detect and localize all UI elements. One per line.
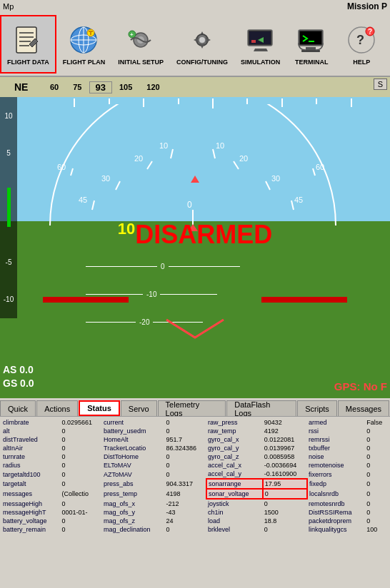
hud-area: NE 60 75 93 105 120 S 10 5 -5 -10 <box>0 77 390 398</box>
data-cell: mag_ofs_y <box>102 508 164 517</box>
tab-telemetry-logs[interactable]: Telemetry Logs <box>158 400 226 416</box>
data-cell: 0 <box>365 508 389 517</box>
flight-plan-icon <box>66 23 101 57</box>
svg-text:?: ? <box>356 33 364 47</box>
data-cell: 0 <box>365 427 389 435</box>
data-cell: 0 <box>60 470 102 479</box>
aircraft-chevron <box>159 313 231 344</box>
scroll-indicator: S <box>374 78 387 90</box>
data-cell: 0 <box>164 427 206 435</box>
table-row: messageHighT0001-01-mag_ofs_y-43ch1in150… <box>1 508 389 517</box>
data-cell: 90432 <box>263 418 307 427</box>
data-cell: messages <box>1 489 60 499</box>
data-cell: 0 <box>365 435 389 444</box>
data-cell: 0001-01- <box>60 508 102 517</box>
heading-strip: NE 60 75 93 105 120 S <box>0 77 390 97</box>
data-cell: messageHigh <box>1 499 60 508</box>
svg-text:20: 20 <box>239 154 248 163</box>
data-cell: 951.7 <box>164 435 206 444</box>
alt-10: 10 <box>4 112 12 120</box>
data-cell: joystick <box>206 499 263 508</box>
menu-flight-data[interactable]: FLIGHT DATA <box>0 15 56 74</box>
tab-scripts[interactable]: Scripts <box>297 400 337 416</box>
menu-flight-plan[interactable]: FLIGHT PLAN <box>56 15 112 74</box>
data-cell: ch1in <box>206 508 263 517</box>
gps-status: GPS: No F <box>334 380 387 392</box>
roll-tick <box>109 98 110 104</box>
chevron-svg <box>159 313 231 341</box>
tab-servo[interactable]: Servo <box>121 400 157 416</box>
horizon-bar-left <box>43 297 129 303</box>
mission-title: Mission P <box>347 1 387 11</box>
data-cell: battery_usedm <box>102 427 164 435</box>
data-cell: fixedp <box>307 479 365 489</box>
svg-line-30 <box>116 181 120 190</box>
table-row: climbrate0.0295661current0raw_press90432… <box>1 418 389 427</box>
menu-simulation[interactable]: SIMULATION <box>234 15 286 74</box>
menu-bar: FLIGHT DATA FLIGHT PLAN + <box>0 13 390 77</box>
svg-text:60: 60 <box>316 163 324 171</box>
menu-help[interactable]: ? ? HELP <box>336 15 386 74</box>
menu-terminal[interactable]: TERMINAL <box>286 15 336 74</box>
data-cell: 904.3317 <box>164 479 206 489</box>
alt-5: 5 <box>6 149 11 157</box>
data-cell: 0.0122081 <box>263 435 307 444</box>
roll-tick <box>246 98 248 104</box>
speed-display: AS 0.0 GS 0.0 <box>3 363 34 391</box>
table-row: battery_voltage0mag_ofs_z24load18.8packe… <box>1 517 389 525</box>
data-cell: 0 <box>263 525 307 534</box>
tab-quick[interactable]: Quick <box>0 400 36 416</box>
data-cell: remotesnrdb <box>307 499 365 508</box>
data-cell: -0.0036694 <box>263 461 307 470</box>
roll-tick <box>178 98 179 104</box>
data-cell: raw_press <box>206 418 263 427</box>
svg-text:30: 30 <box>271 174 280 183</box>
table-row: radius0ELToMAV0accel_cal_x-0.0036694remo… <box>1 461 389 470</box>
svg-text:45: 45 <box>294 196 303 204</box>
svg-line-42 <box>92 201 94 210</box>
groundspeed: GS 0.0 <box>3 377 34 391</box>
data-cell: 0.0295661 <box>60 418 102 427</box>
data-cell: 17.95 <box>263 479 307 489</box>
tab-status[interactable]: Status <box>79 400 120 416</box>
tab-messages[interactable]: Messages <box>338 400 389 416</box>
data-cell: 0 <box>164 418 206 427</box>
svg-line-44 <box>291 201 294 210</box>
data-cell: 4198 <box>164 489 206 499</box>
table-row: altInAir0TrackerLocatio86.324386gyro_cal… <box>1 444 389 452</box>
compass-ne: NE <box>14 81 28 93</box>
data-cell: (Collectio <box>60 489 102 499</box>
data-cell: 24 <box>164 517 206 525</box>
config-tuning-icon <box>185 23 219 57</box>
tab-dataflash-logs[interactable]: DataFlash Logs <box>226 400 296 416</box>
data-cell: packetdroprem <box>307 517 365 525</box>
roll-tick <box>74 98 75 107</box>
data-cell: distTraveled <box>1 435 60 444</box>
data-cell: gyro_cal_z <box>206 452 263 461</box>
data-cell: 0 <box>365 461 389 470</box>
menu-initial-setup[interactable]: + INITIAL SETUP <box>111 15 170 74</box>
data-cell: remotenoise <box>307 461 365 470</box>
table-row: targetalt0press_abs904.3317sonarrange17.… <box>1 479 389 489</box>
data-cell: 0 <box>60 444 102 452</box>
data-cell: DistRSSIRema <box>307 508 365 517</box>
svg-text:45: 45 <box>79 196 87 204</box>
disarmed-label: DISARMED <box>135 220 272 249</box>
data-cell: 0 <box>60 479 102 489</box>
svg-rect-22 <box>306 47 316 50</box>
data-cell: gyro_cal_y <box>206 444 263 452</box>
initial-setup-label: INITIAL SETUP <box>118 59 164 66</box>
svg-text:60: 60 <box>57 163 66 171</box>
roll-tick <box>281 98 283 107</box>
roll-tick <box>316 98 317 104</box>
svg-rect-20 <box>300 31 321 44</box>
data-cell: 1500 <box>263 508 307 517</box>
tab-actions[interactable]: Actions <box>36 400 78 416</box>
help-label: HELP <box>353 59 370 66</box>
svg-point-16 <box>199 37 205 43</box>
table-row: battery_remain0mag_declination0brklevel0… <box>1 525 389 534</box>
menu-config-tuning[interactable]: CONFIG/TUNING <box>170 15 234 74</box>
disarmed-status: 10DISARMED <box>118 220 273 250</box>
data-cell: press_abs <box>102 479 164 489</box>
table-row: messages(Collectiopress_temp4198sonar_vo… <box>1 489 389 499</box>
